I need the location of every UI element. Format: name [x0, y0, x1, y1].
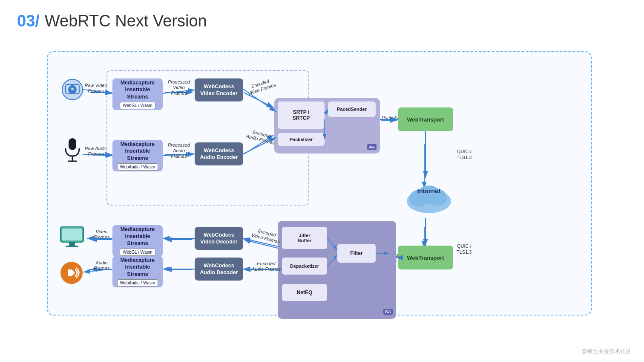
svg-line-42 — [327, 255, 337, 266]
camera-icon — [61, 78, 83, 102]
webtransport-bottom: WebTransport — [398, 246, 453, 269]
speaker-icon — [60, 261, 83, 287]
pacedsender-box: PacedSender — [328, 101, 376, 117]
page-title: WebRTC Next Version — [45, 12, 207, 30]
encoded-video-label: EncodedVideo Frames — [245, 77, 277, 97]
processed-video-label: ProcessedVideo Frames — [164, 79, 193, 96]
page-header: 03/ WebRTC Next Version — [17, 12, 207, 30]
encoded-audio-recv-label: EncodedAudio Frames — [251, 261, 281, 272]
mediacapture-audio-receiver: MediacaptureInsertableStreams WebAudio /… — [112, 256, 163, 287]
srtp-group: SRTP /SRTCP PacedSender Packetizer WA — [274, 98, 380, 153]
filter-box: Filter — [337, 244, 376, 263]
svg-line-41 — [327, 238, 337, 250]
srtp-box: SRTP /SRTCP — [278, 101, 325, 129]
audio-frames-recv-label: AudioFrames — [90, 260, 113, 271]
receiver-group: JitterBuffer Filter Depacketizer NetEQ W… — [278, 221, 396, 319]
encoded-audio-label: EncodedAudio Frames — [245, 128, 277, 146]
mediacapture-video-sender: Mediacapture Insertable Streams WebGL / … — [112, 78, 163, 110]
raw-audio-label: Raw AudioFrames — [81, 146, 111, 157]
packetizer-box: Packetizer — [278, 133, 325, 146]
svg-line-34 — [325, 109, 328, 115]
section-number: 03/ — [17, 12, 40, 30]
wa-badge-sender: WA — [367, 144, 377, 150]
svg-rect-25 — [69, 138, 76, 150]
quic-bottom-label: QUIC /TLS1.3 — [457, 243, 472, 255]
svg-rect-31 — [66, 246, 78, 247]
svg-point-24 — [71, 85, 74, 87]
webcodecs-video-encoder: WebCodecsVideo Encoder — [195, 78, 243, 101]
quic-top-label: QUIC /TLS1.3 — [457, 148, 472, 161]
webcodecs-video-decoder: WebCodecsVideo Decoder — [195, 227, 243, 250]
encoded-video-recv-label: EncodedVideo Frames — [250, 227, 282, 245]
mediacapture-audio-sender: Mediacapture Insertable Streams WebAudio… — [112, 140, 163, 171]
svg-point-23 — [71, 88, 74, 90]
webtransport-top: WebTransport — [398, 107, 453, 131]
webcodecs-audio-decoder: WebCodecsAudio Decoder — [195, 258, 243, 281]
raw-video-label: Raw VideoFrames — [81, 83, 111, 94]
packets-top-label: Packets — [382, 115, 398, 120]
jitter-buffer-box: JitterBuffer — [282, 227, 327, 249]
svg-rect-29 — [62, 229, 82, 240]
watermark: @稀土掘金技术社区 — [581, 348, 631, 355]
diagram-container: Raw VideoFrames Raw AudioFrames VideoFra… — [47, 51, 592, 316]
wa-badge-receiver: WA — [383, 309, 393, 315]
webcodecs-audio-encoder: WebCodecsAudio Encoder — [195, 142, 243, 165]
svg-rect-30 — [69, 242, 75, 246]
mediacapture-video-receiver: MediacaptureInsertableStreams WebGL / Wa… — [112, 225, 163, 257]
depacketizer-box: Depacketizer — [282, 258, 327, 275]
video-frames-recv-label: VideoFrames — [90, 229, 113, 240]
neteq-box: NetEQ — [282, 284, 327, 301]
processed-audio-label: ProcessedAudio Frames — [164, 142, 193, 159]
internet-label: Internet — [413, 187, 445, 194]
mic-icon — [63, 137, 82, 165]
internet-cloud: Internet — [403, 178, 454, 218]
monitor-icon — [59, 226, 85, 252]
